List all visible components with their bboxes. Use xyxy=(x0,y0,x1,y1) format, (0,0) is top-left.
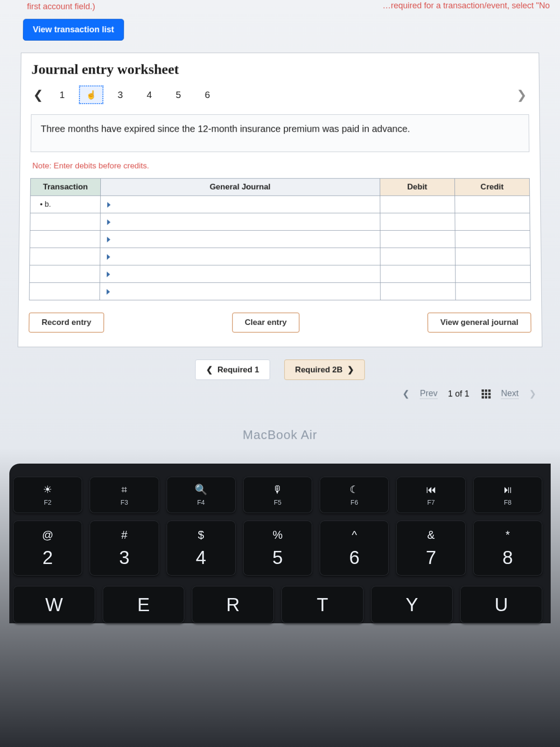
key-y: Y xyxy=(371,586,453,623)
col-general-journal: General Journal xyxy=(100,178,380,196)
key-5: %5 xyxy=(243,521,312,576)
pager-next-icon[interactable]: ❯ xyxy=(515,88,529,102)
pager-item-6[interactable]: 6 xyxy=(195,85,219,104)
account-cell[interactable] xyxy=(100,196,380,213)
key-6: ^6 xyxy=(320,521,389,576)
key-number: 8 xyxy=(503,547,513,568)
table-row xyxy=(29,265,531,282)
credit-cell[interactable] xyxy=(455,248,530,265)
grid-icon[interactable] xyxy=(482,389,490,398)
debit-cell[interactable] xyxy=(380,265,455,282)
journal-entry-worksheet: Journal entry worksheet ❮ 1☝3456 ❯ Three… xyxy=(18,53,542,347)
transaction-cell[interactable] xyxy=(30,231,100,248)
fkey-label: F5 xyxy=(274,499,281,506)
table-row xyxy=(29,282,531,300)
account-cell[interactable] xyxy=(100,248,380,265)
key-f3: ⌗F3 xyxy=(90,477,159,513)
pager-prev-icon[interactable]: ❮ xyxy=(31,88,45,102)
dropdown-icon xyxy=(105,234,110,243)
fkey-icon: ⌗ xyxy=(121,484,127,496)
account-cell[interactable] xyxy=(99,265,380,282)
debit-cell[interactable] xyxy=(380,248,455,265)
pager-item-2[interactable]: ☝ xyxy=(79,85,104,104)
laptop-model-label: MacBook Air xyxy=(4,428,556,443)
fkey-label: F6 xyxy=(350,499,358,506)
transaction-cell[interactable] xyxy=(29,282,100,300)
record-entry-button[interactable]: Record entry xyxy=(29,313,104,333)
step-prev-link[interactable]: Prev xyxy=(420,388,438,399)
key-symbol: @ xyxy=(42,529,53,542)
cursor-icon: ☝ xyxy=(86,90,96,100)
clear-entry-button[interactable]: Clear entry xyxy=(232,313,300,333)
transaction-cell[interactable] xyxy=(29,265,100,282)
key-symbol: $ xyxy=(198,529,204,542)
credit-cell[interactable] xyxy=(455,196,530,213)
key-u: U xyxy=(460,586,542,623)
step-prev-chevron-icon: ❮ xyxy=(402,388,409,399)
required-prev-button[interactable]: ❮ Required 1 xyxy=(195,359,270,380)
pager-item-5[interactable]: 5 xyxy=(166,85,190,104)
key-f4: 🔍F4 xyxy=(167,477,236,513)
account-cell[interactable] xyxy=(99,282,380,300)
key-symbol: & xyxy=(427,529,435,542)
debits-before-credits-note: Note: Enter debits before credits. xyxy=(32,162,530,171)
key-number: 2 xyxy=(42,547,53,568)
fkey-icon: ⏯ xyxy=(503,484,513,496)
key-4: $4 xyxy=(167,521,236,576)
key-number: 6 xyxy=(349,547,359,568)
entry-pager: ❮ 1☝3456 ❯ xyxy=(31,85,529,104)
debit-cell[interactable] xyxy=(380,196,455,213)
key-f7: ⏮F7 xyxy=(396,477,465,513)
pager-item-4[interactable]: 4 xyxy=(137,85,161,104)
fkey-label: F2 xyxy=(44,499,51,506)
transaction-cell[interactable] xyxy=(30,213,100,230)
key-symbol: ^ xyxy=(352,529,357,542)
fkey-icon: 🎙 xyxy=(273,484,283,496)
col-transaction: Transaction xyxy=(30,178,100,196)
credit-cell[interactable] xyxy=(455,265,530,282)
fkey-label: F7 xyxy=(427,499,434,506)
view-transaction-list-button[interactable]: View transaction list xyxy=(23,19,124,40)
fkey-label: F8 xyxy=(504,499,511,506)
account-cell[interactable] xyxy=(100,213,380,230)
fkey-label: F4 xyxy=(197,499,205,506)
credit-cell[interactable] xyxy=(455,282,531,300)
required-next-button[interactable]: Required 2B ❯ xyxy=(284,359,365,380)
key-number: 4 xyxy=(196,547,206,568)
step-next-link[interactable]: Next xyxy=(501,388,519,399)
step-counter: 1 of 1 xyxy=(448,389,469,399)
table-row xyxy=(30,231,530,248)
key-t: T xyxy=(281,586,364,623)
col-credit: Credit xyxy=(455,178,530,196)
account-cell[interactable] xyxy=(100,231,380,248)
dropdown-icon xyxy=(105,200,110,209)
key-r: R xyxy=(192,586,274,623)
required-next-label: Required 2B xyxy=(295,365,343,374)
key-number: 7 xyxy=(426,547,436,568)
pager-item-3[interactable]: 3 xyxy=(108,85,132,104)
key-8: *8 xyxy=(473,521,542,576)
step-next-chevron-icon: ❯ xyxy=(529,388,536,399)
credit-cell[interactable] xyxy=(455,231,530,248)
key-w: W xyxy=(13,586,95,623)
table-row: • b. xyxy=(30,196,530,213)
keyboard: ☀F2⌗F3🔍F4🎙F5☾F6⏮F7⏯F8 @2#3$4%5^6&7*8 WER… xyxy=(9,464,551,623)
debit-cell[interactable] xyxy=(380,231,455,248)
key-f8: ⏯F8 xyxy=(473,477,542,513)
key-number: 5 xyxy=(273,547,283,568)
debit-cell[interactable] xyxy=(380,282,455,300)
table-row xyxy=(30,248,531,265)
key-2: @2 xyxy=(13,521,82,576)
debit-cell[interactable] xyxy=(380,213,455,230)
pager-item-1[interactable]: 1 xyxy=(50,85,75,104)
dropdown-icon xyxy=(105,252,110,261)
dropdown-icon xyxy=(105,217,110,226)
credit-cell[interactable] xyxy=(455,213,530,230)
view-general-journal-button[interactable]: View general journal xyxy=(427,313,531,333)
dropdown-icon xyxy=(105,269,110,278)
instruction-fragment-right: …required for a transaction/event, selec… xyxy=(382,1,550,11)
transaction-cell[interactable] xyxy=(30,248,100,265)
transaction-prompt: Three months have expired since the 12-m… xyxy=(31,114,530,152)
transaction-cell[interactable]: • b. xyxy=(30,196,100,213)
key-f6: ☾F6 xyxy=(320,477,389,513)
